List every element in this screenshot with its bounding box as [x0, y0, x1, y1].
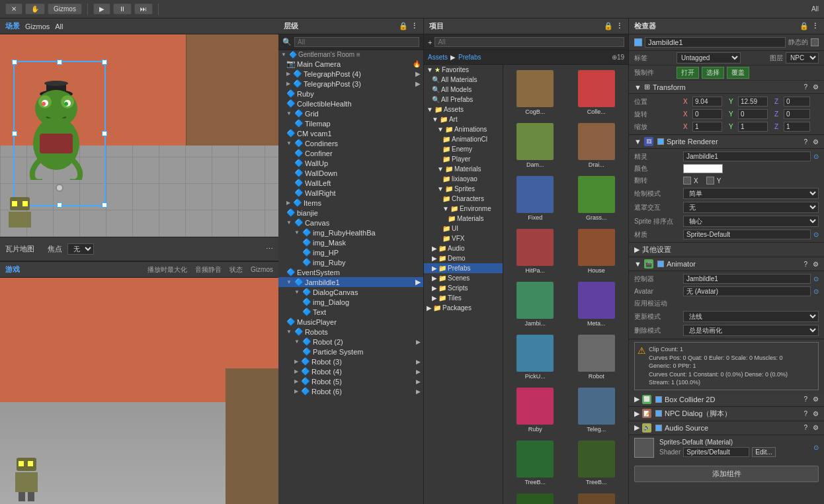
as-settings[interactable]: ⚙ — [813, 424, 819, 431]
tree-item-img-ruby[interactable]: ▼ 🔷 img_RubyHealthBa — [278, 228, 423, 237]
static-checkbox[interactable] — [811, 38, 819, 46]
sr-settings[interactable]: ⚙ — [813, 138, 819, 146]
update-select[interactable]: 法线 — [683, 311, 819, 322]
ctrl-target-icon[interactable]: ⊙ — [813, 275, 819, 282]
handle-tm[interactable] — [57, 60, 62, 65]
as-checkbox[interactable] — [655, 425, 662, 431]
layer-select[interactable]: NPC — [786, 52, 819, 63]
tool-step[interactable]: ⏭ — [134, 3, 153, 15]
nd-info[interactable]: ? — [803, 410, 807, 417]
tiles-folder[interactable]: ▶ 📁 Tiles — [424, 293, 503, 303]
tree-item-robot2[interactable]: ▼ 🔷 Robot (2) ▶ — [278, 337, 423, 347]
anim-settings[interactable]: ⚙ — [813, 261, 819, 268]
tree-item-bianjie[interactable]: 🔷 bianjie — [278, 208, 423, 218]
tree-item-tilemap[interactable]: 🔷 Tilemap — [278, 118, 423, 128]
tree-item-canvas[interactable]: ▼ 🔷 Canvas — [278, 218, 423, 228]
bc-checkbox[interactable] — [655, 396, 662, 403]
tree-item-main-camera[interactable]: 📷 Main Camera 🔥 — [278, 59, 423, 69]
material-value[interactable] — [683, 230, 811, 239]
sprite-target-icon[interactable]: ⊙ — [813, 153, 819, 160]
as-info[interactable]: ? — [803, 424, 807, 431]
scale-y-input[interactable] — [738, 122, 768, 132]
tool-move[interactable]: ✕ — [5, 3, 22, 15]
game-preview[interactable] — [0, 278, 278, 504]
add-component-btn[interactable]: 添加组件 — [634, 466, 819, 482]
fav-materials[interactable]: 🔍 All Materials — [424, 75, 503, 85]
audio-source-header[interactable]: ▶ 🔊 Audio Source ? ⚙ — [629, 421, 824, 435]
tree-item-telegraph3[interactable]: ▶ 🔷 TelegraphPost (3) ▶ — [278, 79, 423, 89]
project-item-14[interactable]: TreeB... — [506, 438, 565, 488]
prefabs-folder[interactable]: ▶ 📁 Prefabs — [424, 263, 503, 273]
envmat-folder[interactable]: 📁 Materials — [424, 214, 503, 224]
chars-folder[interactable]: 📁 Characters — [424, 194, 503, 204]
project-menu[interactable]: ⋮ — [616, 22, 623, 30]
transform-component-header[interactable]: ▼ ⊞ Transform ? ⚙ — [629, 81, 824, 94]
gizmos-btn[interactable]: Gizmos — [25, 22, 50, 30]
edit-btn[interactable]: Edit... — [752, 447, 776, 457]
project-item-6[interactable]: HitPa... — [506, 226, 565, 276]
project-item-13[interactable]: Teleg... — [567, 385, 626, 435]
handle-tr[interactable] — [102, 60, 107, 65]
animator-header[interactable]: ▼ 🎬 Animator ? ⚙ — [629, 257, 824, 271]
scale-x-input[interactable] — [692, 122, 722, 132]
mute-btn[interactable]: 音频静音 — [195, 265, 222, 274]
transform-settings-icon[interactable]: ⚙ — [813, 83, 819, 91]
shader-value[interactable] — [683, 447, 749, 457]
favorites-folder[interactable]: ▼ ★ Favorites — [424, 65, 503, 75]
project-item-10[interactable]: PickU... — [506, 332, 565, 382]
tree-item-condiners[interactable]: ▼ 🔷 Condiners — [278, 138, 423, 148]
project-item-2[interactable]: Dam... — [506, 120, 565, 171]
rot-y-input[interactable] — [738, 109, 768, 119]
project-item-5[interactable]: Grass... — [567, 173, 626, 224]
project-item-12[interactable]: Ruby — [506, 385, 565, 435]
material-target-icon[interactable]: ⊙ — [813, 231, 819, 238]
inspector-lock[interactable]: 🔒 — [800, 22, 809, 30]
transform-info-icon[interactable]: ? — [803, 83, 807, 91]
tree-item-imgdialog[interactable]: 🔷 img_Dialog — [278, 297, 423, 307]
fav-prefabs[interactable]: 🔍 All Prefabs — [424, 95, 503, 105]
nd-checkbox[interactable] — [655, 410, 662, 417]
handle-tl[interactable] — [12, 60, 17, 65]
tool-hand[interactable]: ✋ — [25, 3, 45, 15]
anim-info[interactable]: ? — [803, 261, 807, 268]
player-folder[interactable]: 📁 Player — [424, 154, 503, 164]
pos-z-input[interactable] — [784, 97, 810, 106]
tree-item-robots[interactable]: ▼ 🔷 Robots — [278, 327, 423, 337]
demo-folder[interactable]: ▶ 📁 Demo — [424, 253, 503, 263]
active-checkbox[interactable] — [634, 38, 642, 46]
hierarchy-menu[interactable]: ⋮ — [411, 22, 418, 30]
flip-x-checkbox[interactable] — [683, 177, 691, 185]
inspector-menu[interactable]: ⋮ — [811, 22, 819, 30]
env-folder[interactable]: ▼ 📁 Environme — [424, 204, 503, 214]
tree-item-musicplayer[interactable]: 🔷 MusicPlayer — [278, 317, 423, 327]
pos-y-input[interactable] — [738, 97, 768, 106]
all-btn[interactable]: All — [55, 22, 63, 30]
tree-item-robot3[interactable]: ▶ 🔷 Robot (3) ▶ — [278, 357, 423, 366]
tree-item-imghp[interactable]: 🔷 img_HP — [278, 247, 423, 257]
bc-settings[interactable]: ⚙ — [813, 396, 819, 403]
tool-play[interactable]: ▶ — [93, 3, 110, 15]
order-select[interactable]: 轴心 — [683, 216, 819, 227]
scene-root-item[interactable]: ▼ 🔷 Gentleman's Room ≡ — [278, 50, 423, 59]
game-tab[interactable]: 游戏 — [5, 265, 20, 274]
tree-item-walldown[interactable]: 🔷 WallDown — [278, 168, 423, 178]
tree-item-robot5[interactable]: ▶ 🔷 Robot (5) ▶ — [278, 376, 423, 386]
hierarchy-search-input[interactable] — [294, 37, 419, 47]
prefab-select-btn[interactable]: 选择 — [702, 67, 724, 79]
tree-item-imgruby[interactable]: 🔷 img_Ruby — [278, 257, 423, 267]
project-item-7[interactable]: House — [567, 226, 626, 276]
lixiao-folder[interactable]: 📁 lixiaoyao — [424, 174, 503, 184]
breadcrumb-prefabs[interactable]: Prefabs — [458, 54, 481, 61]
enemy-folder[interactable]: 📁 Enemy — [424, 144, 503, 154]
tree-item-ruby[interactable]: 🔷 Ruby — [278, 89, 423, 99]
sprite-renderer-header[interactable]: ▼ 🖼 Sprite Renderer ? ⚙ — [629, 135, 824, 149]
tool-gizmos[interactable]: Gizmos — [48, 3, 82, 15]
sr-info[interactable]: ? — [803, 138, 807, 146]
tree-item-text[interactable]: 🔷 Text — [278, 307, 423, 317]
anim-checkbox[interactable] — [657, 261, 664, 267]
audio-folder[interactable]: ▶ 📁 Audio — [424, 243, 503, 253]
packages-folder[interactable]: ▶ 📁 Packages — [424, 303, 503, 313]
stats-btn[interactable]: 状态 — [229, 265, 243, 274]
scene-canvas[interactable] — [0, 34, 278, 237]
scenes-folder[interactable]: ▶ 📁 Scenes — [424, 273, 503, 283]
